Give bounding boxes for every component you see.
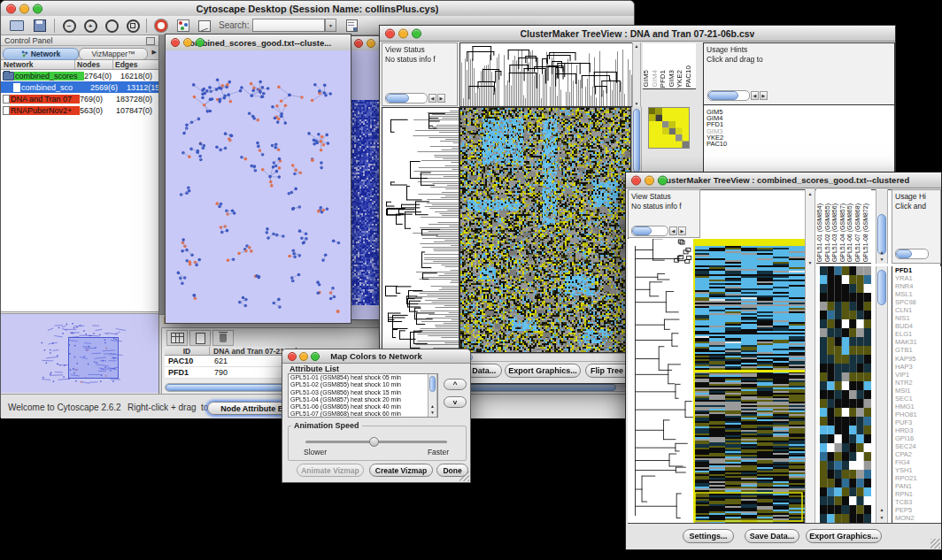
move-up-button[interactable]: ^ <box>444 379 467 390</box>
gene-label[interactable]: MON2 <box>892 514 941 522</box>
network-overview-canvas[interactable] <box>1 314 158 392</box>
dialog-button-create-vizmap[interactable]: Create Vizmap <box>369 464 433 477</box>
col-network[interactable]: Network <box>1 60 75 69</box>
scroll-right-icon[interactable]: ▶ <box>437 94 445 103</box>
scroll-up-icon[interactable]: ▲ <box>633 43 640 49</box>
network-canvas[interactable] <box>166 50 351 323</box>
tv1-topdendro-scrollbar[interactable]: ▲ ▼ <box>632 42 641 107</box>
scroll-down-icon[interactable]: ▼ <box>429 410 436 415</box>
gene-label[interactable]: VIP1 <box>892 371 941 379</box>
gene-label[interactable]: PAC10 <box>704 141 894 147</box>
gene-label[interactable]: NTR2 <box>892 379 941 387</box>
search-input[interactable] <box>252 19 325 32</box>
slider-thumb[interactable] <box>369 437 379 447</box>
save-button[interactable] <box>31 19 49 33</box>
gene-label[interactable]: YKE2 <box>704 134 894 141</box>
gene-label[interactable]: SPC98 <box>892 298 941 306</box>
attribute-list-item[interactable]: GPL51-06 (GSM865) heat shock 40 min <box>289 403 428 410</box>
tv2-button-save-data-[interactable]: Save Data... <box>745 529 799 543</box>
select-attributes-button[interactable] <box>166 330 188 346</box>
tv2-heatmap[interactable] <box>693 239 805 523</box>
tv2-gene-list[interactable]: PFD1YRA1RNR4MSL1SPC98CLN1NIS1BUD4ELG1MAK… <box>892 266 941 523</box>
tv1-column-dendrogram[interactable] <box>460 43 632 106</box>
tv2-status-hscrollbar[interactable]: ◀ ▶ <box>631 226 686 236</box>
gene-label[interactable]: HRD3 <box>892 426 941 434</box>
close-icon[interactable] <box>354 39 363 48</box>
network-table-row[interactable]: RNAPuberNov2+563(0)107847(0) <box>1 104 158 116</box>
tab-network[interactable]: Network <box>3 48 79 60</box>
col-edges[interactable]: Edges <box>113 60 158 69</box>
float-panel-icon[interactable] <box>146 37 155 45</box>
gene-label[interactable]: PFD1 <box>704 121 894 127</box>
gene-label[interactable]: MSI1 <box>892 387 941 395</box>
net1-titlebar[interactable]: combined_scores_good.txt--cluste... <box>166 35 351 51</box>
tv1-titlebar[interactable]: ClusterMaker TreeView : DNA and Tran 07-… <box>380 26 895 42</box>
animation-speed-slider[interactable] <box>305 441 447 443</box>
gene-label[interactable]: NIS1 <box>892 314 941 322</box>
zoom-in-button[interactable]: + <box>81 18 100 34</box>
gene-label[interactable]: MSL1 <box>892 290 941 298</box>
tv2-button-settings-[interactable]: Settings... <box>683 529 734 543</box>
attribute-list-item[interactable]: GPL51-01 (GSM854) heat shock 05 min <box>289 374 428 381</box>
scroll-down-icon[interactable]: ▼ <box>633 101 640 106</box>
close-icon[interactable] <box>288 352 297 361</box>
close-icon[interactable] <box>385 28 395 38</box>
gene-label[interactable]: GPI16 <box>892 434 941 442</box>
scroll-up-icon[interactable]: ▲ <box>876 507 887 512</box>
tv2-zoom-vscrollbar[interactable]: ▲ ▼ <box>876 266 888 523</box>
gene-label[interactable]: PUF3 <box>892 418 941 426</box>
tv2-zoom-heatmap[interactable] <box>820 266 871 523</box>
minimize-icon[interactable] <box>645 175 654 185</box>
network-table-row[interactable]: DNA and Tran 07769(0)183728(0) <box>1 93 158 104</box>
new-attribute-button[interactable] <box>189 330 211 346</box>
scroll-down-icon[interactable]: ▼ <box>806 260 815 265</box>
attribute-list-item[interactable]: GPL51-02 (GSM855) heat shock 10 min <box>289 381 428 388</box>
minimize-icon[interactable] <box>19 4 29 13</box>
gene-label[interactable]: TCB3 <box>892 498 941 506</box>
tv2-mid-scroll-strip[interactable]: ▲ ▼ <box>805 189 815 523</box>
gene-label[interactable]: RPO21 <box>892 474 941 482</box>
minimize-icon[interactable] <box>299 352 308 361</box>
window-controls[interactable] <box>6 4 42 13</box>
scroll-up-icon[interactable]: ▲ <box>429 403 436 409</box>
gene-label[interactable]: GIM3 <box>704 128 894 134</box>
gene-label[interactable]: SEC24 <box>892 442 941 450</box>
zoom-window-icon[interactable] <box>196 38 205 47</box>
tv1-gene-list[interactable]: GIM5GIM4PFD1GIM3YKE2PAC10 <box>704 109 894 147</box>
gene-label[interactable]: FIG4 <box>892 458 941 466</box>
attribute-list-item[interactable]: GPL51-03 (GSM856) heat shock 15 min <box>289 389 428 396</box>
zoom-selected-button[interactable] <box>123 18 143 34</box>
zoom-window-icon[interactable] <box>33 4 42 13</box>
dp-col-id[interactable]: ID <box>165 347 210 356</box>
delete-attribute-button[interactable] <box>212 330 234 346</box>
gene-label[interactable]: PHO81 <box>892 410 941 418</box>
gene-label[interactable]: BUD4 <box>892 322 941 330</box>
zoom-window-icon[interactable] <box>658 175 668 185</box>
tv1-status-hscrollbar[interactable]: ◀ ▶ <box>385 93 445 104</box>
gene-label[interactable]: RPN1 <box>892 490 941 498</box>
minimize-icon[interactable] <box>367 39 375 48</box>
gene-label[interactable]: GTB1 <box>892 346 941 354</box>
search-dropdown-button[interactable]: ▼ <box>325 19 336 32</box>
attribute-list-item[interactable]: GPL51-04 (GSM857) heat shock 20 min <box>289 396 428 403</box>
scroll-left-icon[interactable]: ◀ <box>669 226 677 235</box>
gene-label[interactable]: CPA2 <box>892 450 941 458</box>
gene-label[interactable]: PFD1 <box>892 266 941 274</box>
gene-label[interactable]: GIM4 <box>704 115 894 121</box>
tv2-header-vscrollbar[interactable]: ▲ ▼ <box>876 189 888 264</box>
scroll-left-icon[interactable]: ◀ <box>751 91 759 100</box>
tv2-row-dendrogram[interactable] <box>628 239 693 523</box>
zoom-out-button[interactable]: − <box>59 18 79 34</box>
scroll-left-icon[interactable]: ◀ <box>429 94 436 103</box>
gene-label[interactable]: HAP3 <box>892 363 941 371</box>
attribute-list-scrollbar[interactable]: ▲ ▼ <box>428 374 437 417</box>
col-nodes[interactable]: Nodes <box>75 60 113 69</box>
tv2-hints-hscrollbar[interactable] <box>895 249 929 259</box>
gene-label[interactable]: KAP95 <box>892 355 941 363</box>
gene-label[interactable]: PAN1 <box>892 482 941 490</box>
tv1-heatmap[interactable] <box>460 108 630 352</box>
close-icon[interactable] <box>631 175 641 185</box>
tv1-submatrix-heatmap[interactable] <box>648 107 690 149</box>
tv1-row-dendrogram[interactable] <box>382 108 459 352</box>
attribute-list[interactable]: GPL51-01 (GSM854) heat shock 05 minGPL51… <box>289 374 428 417</box>
